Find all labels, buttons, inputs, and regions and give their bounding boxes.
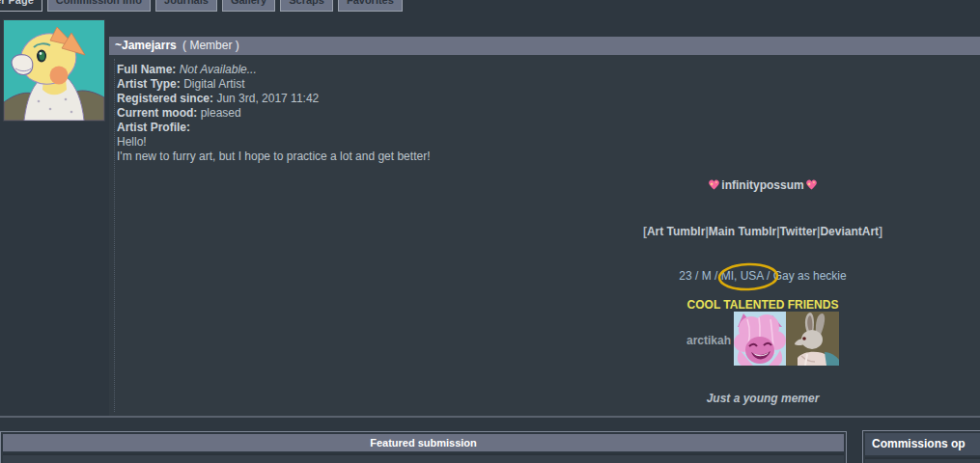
tab-journals[interactable]: Journals: [155, 0, 217, 12]
tab-user-page[interactable]: User Page: [0, 0, 42, 12]
tab-bar: User Page Commission Info Journals Galle…: [0, 0, 403, 12]
tab-gallery[interactable]: Gallery: [222, 0, 275, 12]
bird-avatar-image: [4, 20, 104, 121]
friend-thumbnail-image-2: [786, 312, 839, 366]
stats-line[interactable]: 23 / M / MI, USA / Gay as heckie: [546, 269, 980, 285]
link-deviantart[interactable]: DeviantArt: [820, 225, 879, 238]
sparkling-heart-icon: [708, 178, 720, 194]
friend-name-arctikah[interactable]: arctikah: [686, 334, 731, 347]
sparkling-heart-icon: [805, 178, 818, 194]
field-label: Current mood:: [117, 106, 197, 120]
link-twitter[interactable]: Twitter: [780, 225, 817, 238]
field-label: Full Name:: [117, 63, 176, 76]
commissions-box: Commissions op: [862, 430, 980, 463]
field-value: Jun 3rd, 2017 11:42: [216, 92, 319, 105]
field-current-mood: Current mood: pleased: [117, 106, 430, 121]
stats-age-gender: 23 / M: [679, 269, 714, 283]
section-divider: [0, 416, 980, 418]
stats-orientation: Gay as heckie: [770, 269, 846, 283]
commissions-content[interactable]: [865, 457, 980, 463]
link-main-tumblr[interactable]: Main Tumblr: [709, 225, 776, 238]
field-value: Digital Artist: [183, 77, 244, 91]
featured-submission-box: Featured submission: [0, 431, 847, 463]
friends-title: COOL TALENTED FRIENDS: [546, 298, 980, 312]
field-value: Not Available...: [180, 63, 257, 76]
field-label: Registered since:: [117, 92, 213, 105]
field-full-name: Full Name: Not Available...: [117, 63, 430, 77]
user-avatar[interactable]: [3, 19, 105, 122]
tab-commission-info[interactable]: Commission Info: [47, 0, 151, 12]
username-text: ~Jamejarrs: [115, 39, 177, 52]
featured-submission-content[interactable]: [3, 453, 844, 463]
social-links-line: [Art Tumblr|Main Tumblr|Twitter|DeviantA…: [546, 225, 980, 238]
friends-row: arctikah: [546, 312, 980, 368]
field-artist-type: Artist Type: Digital Artist: [117, 77, 430, 92]
tagline: Just a young memer: [546, 392, 980, 405]
link-art-tumblr[interactable]: Art Tumblr: [647, 225, 705, 238]
profile-info: Full Name: Not Available... Artist Type:…: [117, 63, 430, 164]
rabbit-character-thumbnail[interactable]: [786, 312, 839, 368]
stats-location: / MI, USA /: [714, 269, 770, 283]
artist-profile-label: Artist Profile:: [117, 121, 430, 135]
username-header-bar: ~Jamejarrs ( Member ): [109, 37, 980, 55]
field-label: Artist Type:: [117, 77, 181, 91]
featured-friend-name[interactable]: infinitypossum: [721, 178, 803, 192]
featured-submission-header: Featured submission: [3, 434, 844, 451]
member-status: ( Member ): [182, 39, 239, 52]
user-page: User Page Commission Info Journals Galle…: [0, 0, 980, 463]
featured-friend-line: infinitypossum: [546, 178, 980, 194]
field-value: pleased: [201, 106, 241, 120]
commissions-header: Commissions op: [865, 433, 980, 455]
panel-dotted-border: [114, 59, 115, 412]
bracket: ]: [879, 225, 882, 238]
tab-favorites[interactable]: Favorites: [338, 0, 403, 12]
friend-thumbnail-image-1: [734, 312, 786, 366]
bio-line: I'm new to furry art, but I hope to prac…: [117, 150, 430, 164]
bio-line: Hello!: [117, 135, 430, 150]
pink-character-thumbnail[interactable]: [734, 312, 786, 368]
tab-scraps[interactable]: Scraps: [280, 0, 333, 12]
field-registered-since: Registered since: Jun 3rd, 2017 11:42: [117, 92, 430, 106]
